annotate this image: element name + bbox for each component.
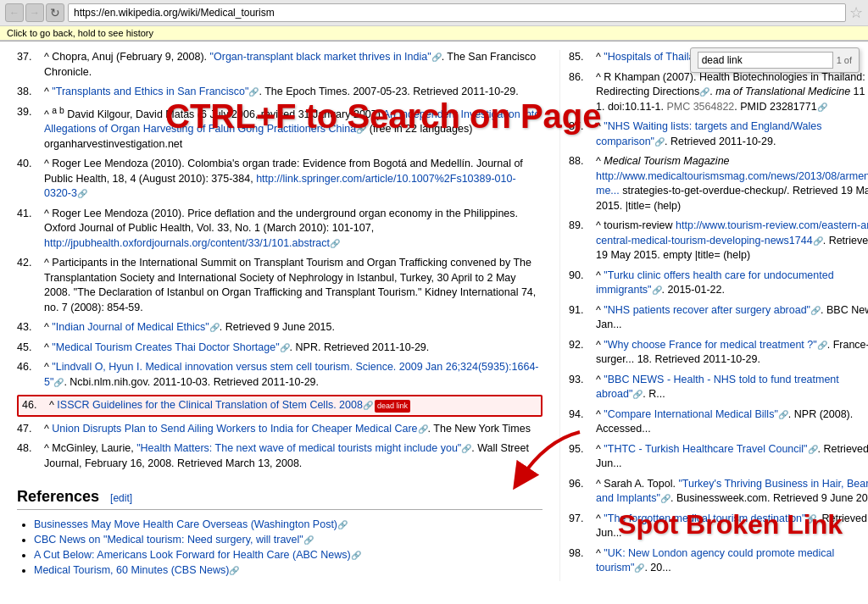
- find-count: 1 of: [837, 55, 852, 65]
- right-ref-94: 94. ^ "Compare International Medical Bil…: [569, 407, 868, 437]
- ref-link-37[interactable]: "Organ-transplant black market thrives i…: [210, 51, 431, 63]
- right-ref-93: 93. ^ "BBC NEWS - Health - NHS told to f…: [569, 373, 868, 402]
- find-bar: 1 of: [690, 47, 860, 73]
- ref-item-46b: 46. ^ ISSCR Guidelines for the Clinical …: [17, 395, 542, 417]
- ref-link-businesses[interactable]: Businesses May Move Health Care Overseas…: [34, 518, 337, 530]
- find-input[interactable]: [698, 52, 833, 69]
- references-links-list: Businesses May Move Health Care Overseas…: [17, 518, 542, 576]
- ref-link-91[interactable]: "NHS patients recover after surgery abro…: [604, 304, 810, 316]
- ref-link-45[interactable]: "Medical Tourism Creates Thai Doctor Sho…: [52, 341, 279, 353]
- right-column: 85. ^ "Hospitals of Thailand 2014"🔗. Ret…: [559, 50, 868, 581]
- dead-link-badge: dead link: [375, 400, 410, 413]
- page-content: 37. ^ Chopra, Anuj (February 9, 2008). "…: [0, 42, 868, 598]
- ref-link-90[interactable]: "Turku clinic offers health care for und…: [596, 269, 834, 296]
- ref-link-cbc[interactable]: CBC News on "Medical tourism: Need surge…: [34, 534, 303, 546]
- ref-link-item-1: CBC News on "Medical tourism: Need surge…: [34, 534, 542, 546]
- ref-link-89[interactable]: http://www.tourism-review.com/eastern-an…: [596, 219, 868, 247]
- nav-buttons: ← → ↻: [5, 3, 64, 22]
- right-ref-92: 92. ^ "Why choose France for medical tre…: [569, 338, 868, 368]
- right-ref-86: 86. ^ R Khampan (2007). Health Biotechno…: [569, 70, 868, 115]
- references-edit-link[interactable]: [edit]: [110, 492, 132, 504]
- browser-toolbar: ← → ↻ ☆: [0, 0, 868, 26]
- ref-link-87[interactable]: "NHS Waiting lists: targets and England/…: [596, 120, 821, 147]
- ref-link-item-3: Medical Tourism, 60 Minutes (CBS News)🔗: [34, 564, 542, 576]
- right-ref-90: 90. ^ "Turku clinic offers health care f…: [569, 269, 868, 298]
- ref-link-46a[interactable]: "Lindvall O, Hyun I. Medical innovation …: [44, 361, 539, 388]
- ref-item-40: 40. ^ Roger Lee Mendoza (2010). Colombia…: [17, 157, 542, 202]
- columns-layout: 37. ^ Chopra, Anuj (February 9, 2008). "…: [17, 50, 851, 581]
- left-column: 37. ^ Chopra, Anuj (February 9, 2008). "…: [17, 50, 559, 581]
- ref-link-95[interactable]: "THTC - Turkish Healthcare Travel Counci…: [604, 443, 807, 455]
- right-ref-96: 96. ^ Sarah A. Topol. "Turkey's Thriving…: [569, 477, 868, 507]
- ref-item-38: 38. ^ "Transplants and Ethics in San Fra…: [17, 85, 542, 100]
- ref-link-48[interactable]: "Health Matters: The next wave of medica…: [136, 442, 461, 454]
- ref-link-43[interactable]: "Indian Journal of Medical Ethics": [52, 321, 209, 333]
- ref-item-45: 45. ^ "Medical Tourism Creates Thai Doct…: [17, 341, 542, 356]
- ref-link-39[interactable]: An Independent Investigation into Allega…: [44, 108, 540, 136]
- right-ref-98: 98. ^ "UK: New London agency could promo…: [569, 546, 868, 576]
- ref-link-46b[interactable]: ISSCR Guidelines for the Clinical Transl…: [57, 399, 363, 411]
- content-area: 37. ^ Chopra, Anuj (February 9, 2008). "…: [0, 42, 868, 598]
- ref-link-97[interactable]: "The forgotten medical tourism destinati…: [604, 513, 805, 524]
- refresh-button[interactable]: ↻: [46, 3, 64, 22]
- forward-button[interactable]: →: [25, 3, 44, 22]
- address-bar[interactable]: [68, 3, 846, 22]
- ref-link-92[interactable]: "Why choose France for medical treatment…: [604, 339, 816, 351]
- ref-link-47[interactable]: Union Disrupts Plan to Send Ailing Worke…: [52, 423, 417, 435]
- ref-item-41: 41. ^ Roger Lee Mendoza (2010). Price de…: [17, 207, 542, 252]
- ref-item-46a: 46. ^ "Lindvall O, Hyun I. Medical innov…: [17, 360, 542, 390]
- left-ref-list: 37. ^ Chopra, Anuj (February 9, 2008). "…: [17, 50, 542, 471]
- ref-link-98[interactable]: "UK: New London agency could promote med…: [596, 547, 834, 574]
- ref-item-47: 47. ^ Union Disrupts Plan to Send Ailing…: [17, 422, 542, 437]
- ref-link-40[interactable]: http://link.springer.com/article/10.1007…: [44, 173, 516, 200]
- bookmark-star-icon[interactable]: ☆: [849, 3, 863, 22]
- ref-item-48: 48. ^ McGinley, Laurie, "Health Matters:…: [17, 441, 542, 471]
- ref-link-88[interactable]: http://www.medicaltourismsmag.com/news/2…: [596, 170, 868, 197]
- browser-chrome: ← → ↻ ☆ Click to go back, hold to see hi…: [0, 0, 868, 42]
- ref-link-item-2: A Cut Below: Americans Look Forward for …: [34, 549, 542, 561]
- tooltip-bar: Click to go back, hold to see history: [0, 26, 868, 41]
- ref-link-41[interactable]: http://jpubhealth.oxfordjournals.org/con…: [44, 237, 330, 249]
- ref-link-38[interactable]: "Transplants and Ethics in San Francisco…: [52, 86, 248, 97]
- ref-item-37: 37. ^ Chopra, Anuj (February 9, 2008). "…: [17, 50, 542, 80]
- ref-link-94[interactable]: "Compare International Medical Bills": [604, 408, 778, 420]
- ref-item-42: 42. ^ Participants in the International …: [17, 256, 542, 315]
- ref-link-medicaltourism60[interactable]: Medical Tourism, 60 Minutes (CBS News): [34, 564, 229, 576]
- right-ref-87: 87. ^ "NHS Waiting lists: targets and En…: [569, 119, 868, 149]
- right-ref-list: 85. ^ "Hospitals of Thailand 2014"🔗. Ret…: [569, 50, 868, 576]
- ref-link-cutbelow[interactable]: A Cut Below: Americans Look Forward for …: [34, 549, 351, 561]
- tooltip-text: Click to go back, hold to see history: [7, 28, 153, 38]
- references-section: References [edit] Businesses May Move He…: [17, 488, 542, 576]
- ref-link-96[interactable]: "Turkey's Thriving Business in Hair, Bea…: [596, 478, 868, 505]
- right-ref-95: 95. ^ "THTC - Turkish Healthcare Travel …: [569, 442, 868, 472]
- back-button[interactable]: ←: [5, 3, 24, 22]
- ref-item-43: 43. ^ "Indian Journal of Medical Ethics"…: [17, 320, 542, 335]
- right-ref-91: 91. ^ "NHS patients recover after surger…: [569, 303, 868, 333]
- right-ref-97: 97. ^ "The forgotten medical tourism des…: [569, 512, 868, 541]
- right-ref-88: 88. ^ Medical Tourism Magazine http://ww…: [569, 154, 868, 213]
- references-title: References [edit]: [17, 488, 542, 510]
- right-ref-89: 89. ^ tourism-review http://www.tourism-…: [569, 219, 868, 263]
- ref-link-item-0: Businesses May Move Health Care Overseas…: [34, 518, 542, 530]
- ref-item-39: 39. ^ a b David Kilgour, David Matas (6 …: [17, 105, 542, 152]
